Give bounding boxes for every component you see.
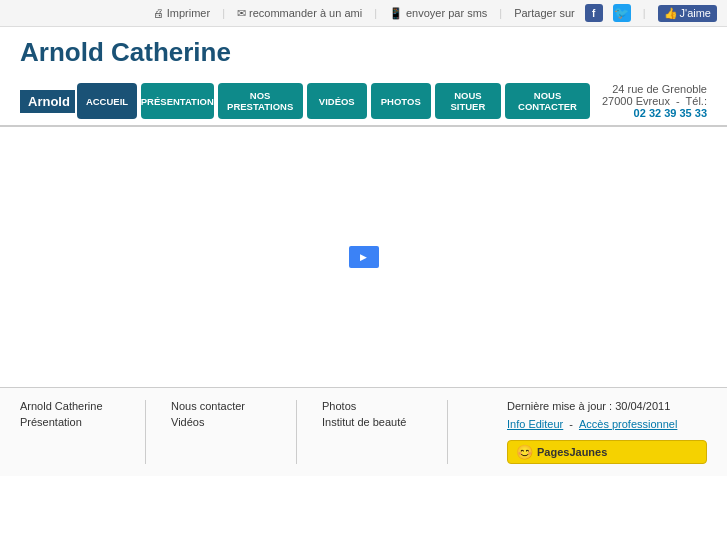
footer-acces-pro[interactable]: Accès professionnel [579,418,677,430]
nav-item-prestations[interactable]: NOS PRESTATIONS [218,83,303,119]
twitter-icon[interactable]: 🐦 [613,4,631,22]
footer-info-editeur[interactable]: Info Editeur [507,418,563,430]
facebook-icon[interactable]: f [585,4,603,22]
footer-divider-3 [447,400,448,464]
nav-item-presentation[interactable]: PRÉSENTATION [141,83,214,119]
footer-divider-1 [145,400,146,464]
nav-item-videos[interactable]: VIDÉOS [307,83,367,119]
print-button[interactable]: 🖨 Imprimer [153,7,210,19]
footer-col-4: Dernière mise à jour : 30/04/2011 Info E… [507,400,707,464]
footer-divider-2 [296,400,297,464]
footer-inner: Arnold Catherine Présentation Nous conta… [20,400,707,464]
send-sms-button[interactable]: 📱 envoyer par sms [389,7,487,20]
print-icon: 🖨 [153,7,164,19]
nav-item-accueil[interactable]: ACCUEIL [77,83,137,119]
footer: Arnold Catherine Présentation Nous conta… [0,387,727,476]
video-thumbnail[interactable]: ▶ [349,246,379,268]
footer-arnold-catherine[interactable]: Arnold Catherine [20,400,120,412]
play-icon: ▶ [360,252,367,262]
pagesjaunes-label: PagesJaunes [537,446,607,458]
nav-left: Arnold ACCUEIL PRÉSENTATION NOS PRESTATI… [20,81,592,121]
nav-item-nous-situer[interactable]: NOUS SITUER [435,83,501,119]
recommend-button[interactable]: ✉ recommander à un ami [237,7,362,20]
footer-presentation[interactable]: Présentation [20,416,120,428]
footer-videos[interactable]: Vidéos [171,416,271,428]
nav-address-row: Arnold ACCUEIL PRÉSENTATION NOS PRESTATI… [0,81,727,127]
tel-label: Tél.: [686,95,707,107]
footer-col-1: Arnold Catherine Présentation [20,400,120,464]
footer-nous-contacter[interactable]: Nous contacter [171,400,271,412]
pagesjaunes-badge[interactable]: 😊 PagesJaunes [507,440,707,464]
footer-last-update: Dernière mise à jour : 30/04/2011 [507,400,707,412]
phone-number[interactable]: 02 32 39 35 33 [634,107,707,119]
share-label: Partager sur [514,7,575,19]
top-toolbar: 🖨 Imprimer | ✉ recommander à un ami | 📱 … [0,0,727,27]
nav-item-nous-contacter[interactable]: NOUS CONTACTER [505,83,590,119]
footer-col-2: Nous contacter Vidéos [171,400,271,464]
recommend-icon: ✉ [237,7,246,20]
footer-photos[interactable]: Photos [322,400,422,412]
footer-col-3: Photos Institut de beauté [322,400,422,464]
footer-institut[interactable]: Institut de beauté [322,416,422,428]
thumbsup-icon: 👍 [664,7,678,20]
main-content: ▶ [0,127,727,387]
page-header: Arnold Catherine [0,27,727,81]
logo[interactable]: Arnold [20,90,75,113]
jaime-button[interactable]: 👍 J'aime [658,5,717,22]
address-block: 24 rue de Grenoble 27000 Evreux - Tél.: … [592,83,707,119]
sms-icon: 📱 [389,7,403,20]
content-placeholder: ▶ [349,246,379,268]
pj-smiley-icon: 😊 [516,444,533,460]
nav-item-photos[interactable]: PHOTOS [371,83,431,119]
page-title: Arnold Catherine [20,37,707,68]
